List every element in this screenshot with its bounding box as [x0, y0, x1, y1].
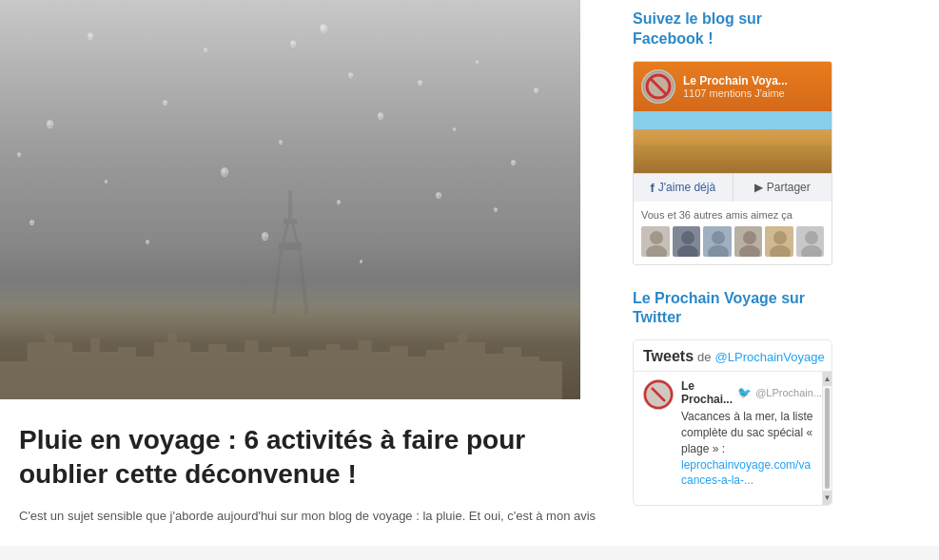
facebook-section-title: Suivez le blog sur Facebook ! — [633, 10, 832, 49]
friend-avatar-3 — [703, 226, 732, 257]
twitter-scrollbar[interactable]: ▲ ▼ — [822, 372, 831, 505]
facebook-section: Suivez le blog sur Facebook ! — [633, 10, 832, 265]
tweet-body: Vacances à la mer, la liste complète du … — [681, 410, 813, 455]
facebook-page-logo — [641, 69, 675, 104]
svg-rect-1 — [279, 242, 302, 250]
tweets-label: Tweets — [643, 348, 694, 365]
svg-point-8 — [650, 231, 663, 244]
like-button-label: J'aime déjà — [658, 181, 715, 194]
city-silhouette — [0, 304, 580, 399]
svg-point-11 — [681, 231, 694, 244]
svg-point-20 — [773, 231, 787, 244]
svg-rect-3 — [288, 190, 292, 219]
friend-avatar-5 — [765, 226, 793, 257]
tweet-avatar — [643, 379, 674, 410]
sidebar: Suivez le blog sur Facebook ! — [618, 0, 847, 546]
twitter-bird-icon: 🐦 — [737, 386, 752, 400]
facebook-icon: f — [650, 181, 654, 195]
main-content: Pluie en voyage : 6 activités à faire po… — [0, 0, 618, 546]
svg-marker-0 — [271, 209, 309, 314]
svg-point-23 — [805, 231, 818, 244]
scrollbar-down-button[interactable]: ▼ — [823, 491, 831, 505]
facebook-page-name: Le Prochain Voya... — [683, 74, 824, 87]
svg-rect-2 — [284, 219, 297, 224]
svg-point-17 — [743, 231, 756, 244]
scrollbar-up-button[interactable]: ▲ — [823, 372, 831, 386]
facebook-share-button[interactable]: ▶ Partager — [734, 174, 832, 202]
twitter-section-title: Le Prochain Voyage sur Twitter — [633, 289, 832, 329]
twitter-de-label: de — [697, 350, 711, 364]
tweet-text: Vacances à la mer, la liste complète du … — [681, 409, 822, 489]
svg-point-14 — [712, 231, 725, 244]
facebook-widget: Le Prochain Voya... 1107 mentions J'aime… — [633, 61, 832, 265]
article-excerpt: C'est un sujet sensible que j'aborde auj… — [19, 507, 599, 527]
facebook-cover-image — [634, 111, 831, 173]
facebook-header: Le Prochain Voya... 1107 mentions J'aime — [634, 62, 831, 111]
twitter-body: Le Prochai... 🐦 @LProchain... Vacances à… — [634, 372, 831, 505]
tweet-item: Le Prochai... 🐦 @LProchain... Vacances à… — [634, 372, 831, 496]
article-title: Pluie en voyage : 6 activités à faire po… — [19, 423, 599, 492]
hero-image — [0, 0, 580, 399]
friend-avatar-6 — [796, 226, 825, 257]
facebook-actions: f J'aime déjà ▶ Partager — [634, 173, 831, 202]
facebook-friends-section: Vous et 36 autres amis aimez ça — [634, 202, 831, 264]
fb-logo-placeholder — [641, 69, 675, 104]
twitter-section: Le Prochain Voyage sur Twitter Tweets de… — [633, 289, 832, 507]
share-icon: ▶ — [754, 181, 763, 194]
tweet-author-handle: @LProchain... — [755, 387, 822, 398]
twitter-widget: Tweets de @LProchainVoyage — [633, 339, 832, 506]
tweet-content: Le Prochai... 🐦 @LProchain... Vacances à… — [681, 379, 822, 489]
facebook-page-info: Le Prochain Voya... 1107 mentions J'aime — [683, 74, 824, 99]
tweet-author-name: Le Prochai... — [681, 379, 734, 406]
twitter-handle[interactable]: @LProchainVoyage — [715, 350, 825, 364]
friend-avatar-1 — [641, 226, 670, 257]
facebook-friends-text: Vous et 36 autres amis aimez ça — [641, 209, 824, 221]
scrollbar-thumb[interactable] — [825, 388, 830, 489]
tweet-link[interactable]: leprochainvoyage.com/va cances-a-la-... — [681, 458, 811, 488]
share-button-label: Partager — [767, 181, 811, 194]
facebook-like-button[interactable]: f J'aime déjà — [634, 174, 734, 202]
facebook-friends-avatars — [641, 226, 824, 257]
friend-avatar-2 — [673, 226, 701, 257]
eiffel-tower-icon — [266, 190, 314, 314]
friend-avatar-4 — [734, 226, 763, 257]
facebook-likes-count: 1107 mentions J'aime — [683, 87, 824, 99]
tweet-name-row: Le Prochai... 🐦 @LProchain... — [681, 379, 822, 406]
twitter-header: Tweets de @LProchainVoyage — [634, 340, 831, 372]
